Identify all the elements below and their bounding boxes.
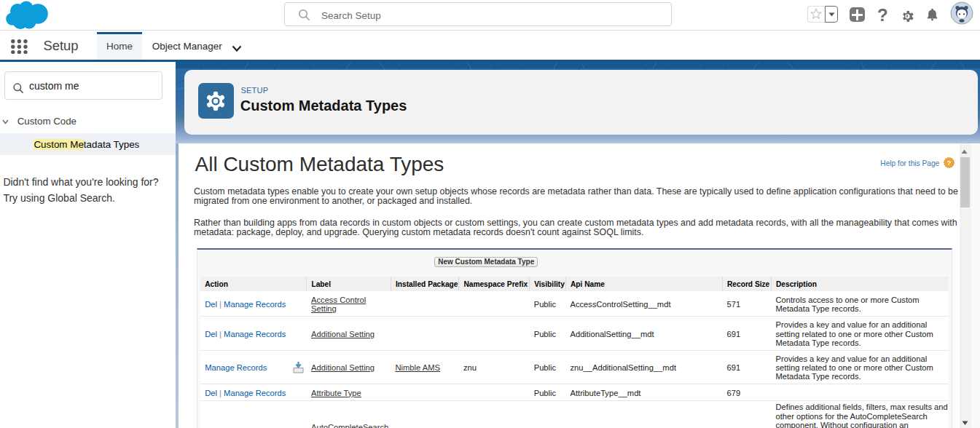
svg-text:?: ?	[946, 159, 951, 167]
